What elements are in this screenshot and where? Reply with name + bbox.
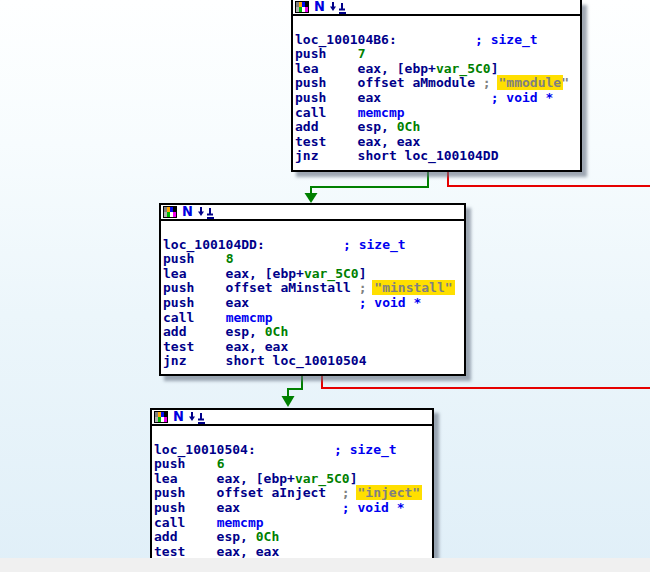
asm-line[interactable]: loc_10010504: ; size_t (154, 443, 430, 458)
asm-line[interactable] (154, 428, 430, 443)
asm-token[interactable]: "minstall" (374, 280, 452, 295)
asm-line[interactable]: lea eax, [ebp+var_5C0] (295, 62, 578, 77)
asm-token[interactable]: lea eax, [ebp+ (163, 266, 304, 281)
asm-token[interactable]: test eax, eax (163, 339, 288, 354)
asm-token[interactable]: push (295, 46, 358, 61)
asm-token[interactable]: add esp, (295, 119, 397, 134)
collapse-node-icon[interactable] (329, 1, 349, 14)
asm-line[interactable]: lea eax, [ebp+var_5C0] (163, 267, 462, 282)
asm-token[interactable] (381, 90, 491, 105)
asm-token[interactable]: ; (359, 280, 375, 295)
asm-token[interactable]: 0Ch (256, 529, 279, 544)
asm-token[interactable] (265, 237, 343, 252)
basic-block-2[interactable]: N loc_100104DD: ; size_tpush 8lea eax, [… (159, 203, 466, 376)
asm-line[interactable]: add esp, 0Ch (154, 530, 430, 545)
asm-line[interactable]: call memcmp (163, 311, 462, 326)
asm-token[interactable]: ; void * (359, 295, 422, 310)
asm-token[interactable]: test eax, eax (154, 544, 279, 559)
asm-token[interactable]: 0Ch (265, 324, 288, 339)
asm-token[interactable]: add esp, (163, 324, 265, 339)
asm-line[interactable]: push eax ; void * (154, 501, 430, 516)
asm-token[interactable] (240, 500, 342, 515)
asm-token[interactable]: ; size_t (334, 442, 397, 457)
asm-line[interactable]: push eax ; void * (295, 91, 578, 106)
asm-line[interactable]: loc_100104B6: ; size_t (295, 33, 578, 48)
asm-token[interactable]: var_5C0 (304, 266, 359, 281)
asm-token[interactable]: ; (342, 485, 358, 500)
asm-token[interactable]: 7 (358, 46, 366, 61)
asm-line[interactable] (295, 18, 578, 33)
asm-token[interactable]: push offset aMinstall (163, 280, 359, 295)
asm-token[interactable]: ; void * (491, 90, 554, 105)
asm-token[interactable]: memcmp (217, 515, 264, 530)
node-color-grid-icon[interactable] (295, 1, 310, 13)
rename-node-icon[interactable]: N (182, 206, 193, 219)
asm-line[interactable]: jnz short loc_10010504 (163, 354, 462, 369)
asm-line[interactable]: jnz short loc_100104DD (295, 149, 578, 164)
asm-line[interactable]: push 7 (295, 47, 578, 62)
rename-node-icon[interactable]: N (314, 1, 325, 14)
asm-line[interactable]: add esp, 0Ch (163, 325, 462, 340)
asm-token[interactable]: memcmp (358, 105, 405, 120)
asm-token[interactable]: 8 (226, 251, 234, 266)
asm-token[interactable]: test eax, eax (295, 134, 420, 149)
collapse-node-icon[interactable] (188, 411, 208, 424)
asm-line[interactable]: call memcmp (295, 106, 578, 121)
asm-token[interactable]: " (561, 75, 569, 90)
asm-line[interactable]: push 8 (163, 252, 462, 267)
asm-token[interactable] (249, 295, 359, 310)
asm-token[interactable]: push (163, 251, 226, 266)
asm-token[interactable]: push eax (163, 295, 249, 310)
asm-token[interactable]: var_5C0 (436, 61, 491, 76)
asm-line[interactable]: push 6 (154, 457, 430, 472)
asm-token[interactable]: loc_100104DD: (163, 237, 265, 252)
asm-line[interactable]: test eax, eax (163, 340, 462, 355)
graph-view[interactable]: N loc_100104B6: ; size_tpush 7lea eax, [… (0, 0, 650, 572)
asm-token[interactable]: memcmp (226, 310, 273, 325)
asm-token[interactable]: ] (359, 266, 367, 281)
asm-token[interactable]: push offset aMmodule (295, 75, 483, 90)
node-color-grid-icon[interactable] (154, 411, 169, 423)
asm-line[interactable]: call memcmp (154, 516, 430, 531)
asm-token[interactable]: call (295, 105, 358, 120)
asm-token[interactable]: ] (350, 471, 358, 486)
asm-token[interactable]: ] (491, 61, 499, 76)
basic-block-3[interactable]: N loc_10010504: ; size_tpush 6lea eax, [… (150, 408, 434, 572)
asm-token[interactable]: push offset aInject (154, 485, 342, 500)
asm-line[interactable]: lea eax, [ebp+var_5C0] (154, 472, 430, 487)
asm-token[interactable]: jnz short loc_10010504 (163, 353, 367, 368)
asm-token[interactable]: call (163, 310, 226, 325)
asm-token[interactable] (256, 442, 334, 457)
asm-token[interactable]: push eax (295, 90, 381, 105)
asm-line[interactable]: test eax, eax (295, 135, 578, 150)
asm-token[interactable]: jnz short loc_100104DD (295, 148, 499, 163)
asm-line[interactable]: push offset aInject ; "inject" (154, 486, 430, 501)
asm-token[interactable]: loc_100104B6: (295, 32, 397, 47)
asm-token[interactable]: lea eax, [ebp+ (154, 471, 295, 486)
asm-token[interactable]: ; size_t (475, 32, 538, 47)
asm-token[interactable]: lea eax, [ebp+ (295, 61, 436, 76)
asm-token[interactable]: "inject" (358, 485, 421, 500)
asm-line[interactable]: push offset aMinstall ; "minstall" (163, 281, 462, 296)
asm-token[interactable]: push (154, 456, 217, 471)
asm-line[interactable] (163, 223, 462, 238)
asm-token[interactable]: ; (483, 75, 499, 90)
asm-line[interactable]: push eax ; void * (163, 296, 462, 311)
asm-token[interactable]: var_5C0 (295, 471, 350, 486)
scrollbar-track[interactable] (0, 558, 650, 572)
rename-node-icon[interactable]: N (173, 411, 184, 424)
asm-token[interactable] (397, 32, 475, 47)
collapse-node-icon[interactable] (197, 206, 217, 219)
asm-token[interactable]: call (154, 515, 217, 530)
asm-line[interactable]: add esp, 0Ch (295, 120, 578, 135)
asm-token[interactable]: 6 (217, 456, 225, 471)
asm-token[interactable]: 0Ch (397, 119, 420, 134)
asm-token[interactable]: ; void * (342, 500, 405, 515)
node-color-grid-icon[interactable] (163, 206, 178, 218)
asm-line[interactable]: push offset aMmodule ; "mmodule" (295, 76, 578, 91)
asm-token[interactable]: loc_10010504: (154, 442, 256, 457)
asm-token[interactable]: add esp, (154, 529, 256, 544)
asm-token[interactable]: "mmodule (499, 75, 562, 90)
asm-line[interactable]: loc_100104DD: ; size_t (163, 238, 462, 253)
basic-block-1[interactable]: N loc_100104B6: ; size_tpush 7lea eax, [… (291, 0, 582, 172)
